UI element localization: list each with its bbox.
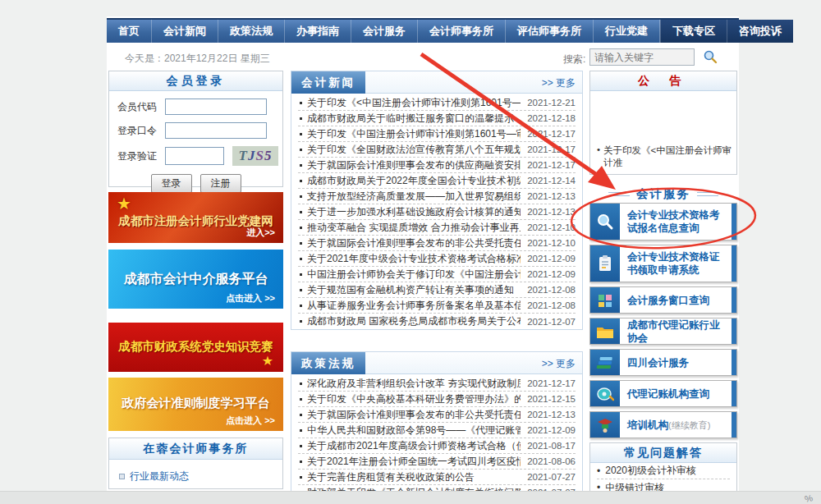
- policy-link[interactable]: 关于印发《中央高校基本科研业务费管理办法》的通知...: [307, 392, 521, 406]
- news-link[interactable]: 从事证券服务业务会计师事务所备案名单及基本信息 ...: [307, 299, 521, 313]
- info-bar: 今天是：2021年12月22日 星期三 搜索:: [107, 46, 739, 69]
- nav-item-downloads[interactable]: 下载专区: [660, 20, 727, 43]
- news-link[interactable]: 推动变革融合 实现提质增效 合力推动会计事业再上...: [307, 221, 521, 235]
- search-input[interactable]: [589, 48, 695, 66]
- clipboard-icon: [590, 245, 620, 282]
- password-input[interactable]: [165, 122, 267, 139]
- policy-link[interactable]: 中华人民共和国财政部令第98号——《代理记账管理...: [307, 424, 521, 438]
- nav-item-appraiser-firms[interactable]: 评估师事务所: [506, 20, 594, 43]
- bullet-icon: [300, 289, 302, 291]
- banner-enter-link[interactable]: 点击进入 >>: [226, 415, 275, 427]
- news-link[interactable]: 关于就国际会计准则理事会发布的供应商融资安排征求...: [307, 158, 521, 172]
- service-bookkeeping-association[interactable]: 成都市代理记账行业协会: [589, 318, 737, 345]
- faq-title: 常见问题解答: [590, 443, 736, 463]
- news-date: 2021-12-13: [527, 191, 576, 201]
- bullet-icon: [300, 320, 302, 323]
- policy-row: 关于成都市2021年度高级会计师资格考试合格（使...2021-08-17: [298, 438, 576, 454]
- faq-item[interactable]: • 2020初级会计补审核: [597, 463, 730, 479]
- banner-party-history-quiz[interactable]: 成都市财政系统党史知识竞赛 ★: [108, 323, 283, 372]
- member-code-label: 会员代码: [117, 100, 165, 114]
- tab-policies[interactable]: 政策法规: [291, 352, 365, 374]
- nav-item-policies[interactable]: 政策法规: [218, 20, 285, 43]
- register-button[interactable]: 注册: [200, 174, 241, 193]
- bullet-icon: [300, 180, 302, 182]
- member-code-input[interactable]: [165, 99, 267, 115]
- policy-row: 中华人民共和国财政部令第98号——《代理记账管理...2021-12-09: [298, 423, 576, 438]
- banner-enter-link[interactable]: 进入>>: [246, 227, 275, 239]
- bullet-icon: [300, 117, 302, 120]
- nav-item-accounting-news[interactable]: 会计新闻: [152, 20, 218, 43]
- policy-link[interactable]: 关于就国际会计准则理事会发布的非公共受托责任子公...: [307, 408, 521, 422]
- policy-link[interactable]: 深化政府及非营利组织会计改革 夯实现代财政制度基...: [307, 377, 521, 391]
- bullet-icon: [300, 227, 302, 229]
- banner-enter-link[interactable]: 点击进入 >>: [226, 292, 275, 305]
- password-label: 登录口令: [117, 124, 165, 138]
- books-icon: [590, 350, 620, 375]
- news-link[interactable]: 成都市财政局 国家税务总局成都市税务局关于公布获...: [307, 314, 521, 328]
- news-link[interactable]: 关于就国际会计准则理事会发布的非公共受托责任子公...: [307, 236, 521, 250]
- decorative-line: [697, 192, 718, 196]
- policy-date: 2021-12-09: [527, 425, 576, 435]
- news-date: 2021-12-08: [527, 300, 576, 310]
- news-row: 中国注册会计师协会关于修订印发《中国注册会计师继...2021-12-09: [298, 267, 576, 282]
- news-link[interactable]: 关于规范国有金融机构资产转让有关事项的通知: [307, 283, 521, 297]
- service-exam-registration-query[interactable]: 会计专业技术资格考试报名信息查询: [589, 203, 737, 241]
- nav-item-cpa-firms[interactable]: 会计师事务所: [418, 20, 506, 43]
- member-login-panel: 会员登录 会员代码 登录口令 登录验证 TJS5 登录 注册: [108, 71, 283, 187]
- left-column: 会员登录 会员代码 登录口令 登录验证 TJS5 登录 注册 ★ 成都市注册会计…: [108, 71, 283, 489]
- login-button[interactable]: 登录: [151, 174, 192, 193]
- decorative-strip: [732, 412, 736, 438]
- nav-item-consult-complaint[interactable]: 咨询投诉: [727, 20, 793, 43]
- nav-item-home[interactable]: 首页: [107, 20, 152, 43]
- news-link[interactable]: 关于印发《<中国注册会计师审计准则第1601号—...: [307, 96, 521, 110]
- news-link[interactable]: 关于进一步加强水利基础设施政府会计核算的通知: [307, 205, 521, 219]
- policy-link[interactable]: 关于完善住房租赁有关税收政策的公告: [307, 470, 521, 484]
- nav-item-accounting-services[interactable]: 会计服务: [351, 20, 418, 43]
- announcement-item[interactable]: • 关于印发《<中国注册会计师审计准: [595, 144, 736, 169]
- news-row: 关于2021年度中级会计专业技术资格考试合格标准...2021-12-09: [298, 251, 576, 267]
- firms-title: 在蓉会计师事务所: [109, 438, 282, 460]
- decorative-strip: [732, 287, 736, 313]
- tab-accounting-news[interactable]: 会计新闻: [291, 71, 365, 94]
- nav-item-party-building[interactable]: 行业党建: [594, 20, 660, 43]
- bullet-icon: •: [597, 144, 600, 154]
- news-link[interactable]: 关于印发《全国财政法治宣传教育第八个五年规划（2...: [307, 143, 521, 157]
- training-icon: [590, 412, 620, 438]
- news-date: 2021-12-09: [527, 269, 576, 279]
- banner-gov-accounting-learning[interactable]: 政府会计准则制度学习平台 点击进入 >>: [108, 378, 283, 431]
- service-certificate-claim-system[interactable]: 会计专业技术资格证书领取申请系统: [589, 245, 737, 282]
- captcha-label: 登录验证: [117, 149, 165, 163]
- news-link[interactable]: 成都市财政局关于2022年度全国会计专业技术初级...: [307, 174, 521, 188]
- news-row: 关于印发《<中国注册会计师审计准则第1601号—...2021-12-21: [298, 95, 576, 111]
- banner-party-building-site[interactable]: ★ 成都市注册会计师行业党建网 进入>>: [108, 192, 283, 243]
- decorative-strip: [732, 350, 736, 375]
- banner-title: 政府会计准则制度学习平台: [108, 396, 283, 411]
- service-window-query[interactable]: 会计服务窗口查询: [589, 286, 737, 314]
- policy-date: 2021-12-13: [527, 410, 576, 419]
- captcha-image: TJS5: [232, 146, 278, 166]
- service-training-institutions[interactable]: 培训机构(继续教育): [589, 411, 737, 438]
- folder-icon: [590, 318, 620, 344]
- policy-row: 关于完善住房租赁有关税收政策的公告2021-07-27: [298, 470, 576, 485]
- policy-link[interactable]: 关于成都市2021年度高级会计师资格考试合格（使...: [307, 439, 521, 453]
- news-link[interactable]: 关于2021年度中级会计专业技术资格考试合格标准...: [307, 252, 521, 266]
- nav-item-guide[interactable]: 办事指南: [285, 20, 351, 43]
- service-bookkeeping-agency-query[interactable]: 代理记账机构查询: [589, 380, 737, 407]
- news-link[interactable]: 关于印发《中国注册会计师审计准则第1601号—审...: [307, 127, 521, 141]
- policy-more-link[interactable]: >> 更多: [542, 357, 576, 371]
- search-icon[interactable]: [703, 49, 718, 64]
- news-link[interactable]: 中国注册会计师协会关于修订印发《中国注册会计师继...: [307, 268, 521, 282]
- news-link[interactable]: 支持开放型经济高质量发展——加入世界贸易组织20...: [307, 190, 521, 204]
- firms-latest-news-link[interactable]: 行业最新动态: [119, 470, 282, 483]
- news-row: 成都市财政局 国家税务总局成都市税务局关于公布获...2021-12-07: [298, 314, 576, 329]
- firms-item-label: 行业最新动态: [130, 470, 189, 483]
- news-date: 2021-12-07: [527, 317, 576, 327]
- news-more-link[interactable]: >> 更多: [542, 76, 576, 90]
- news-link[interactable]: 成都市财政局关于临时搬迁服务窗口的温馨提示: [307, 112, 521, 126]
- service-sichuan-accounting[interactable]: 四川会计服务: [589, 349, 737, 376]
- captcha-input[interactable]: [165, 147, 224, 165]
- news-row: 关于就国际会计准则理事会发布的非公共受托责任子公...2021-12-10: [298, 236, 576, 251]
- service-label: 成都市代理记账行业协会: [620, 317, 732, 346]
- policy-link[interactable]: 关于2021年注册会计师全国统一考试四川考区疫情...: [307, 455, 521, 469]
- banner-intermediary-platform[interactable]: 成都市会计中介服务平台 点击进入 >>: [108, 250, 283, 309]
